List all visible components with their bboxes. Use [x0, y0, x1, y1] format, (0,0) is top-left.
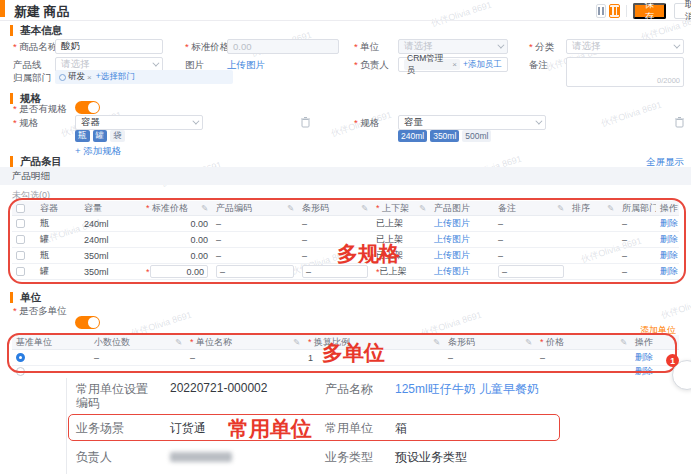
product-line-label: 产品线	[13, 59, 42, 72]
dept-tag[interactable]: 研发 ×	[59, 71, 92, 83]
watermark-text: 伙伴Olivia 8691	[660, 291, 691, 323]
code-input[interactable]: –	[216, 265, 294, 278]
scene-value: 订货通	[170, 420, 206, 437]
price-input[interactable]: 0.00	[150, 265, 208, 278]
upload-image-link[interactable]: 上传图片	[434, 265, 470, 278]
base-unit-radio[interactable]	[16, 367, 25, 376]
card-left-border	[66, 378, 67, 474]
owner-tag[interactable]: CRM管理员×	[404, 59, 460, 70]
items-subheader: 产品明细	[0, 167, 691, 185]
edit-column-icon: ✎	[618, 337, 627, 347]
product-row: 瓶 350ml 0.00 – – 已上架 上传图片 – – 删除	[12, 248, 679, 264]
delete-row-link[interactable]: 删除	[635, 351, 653, 364]
row-checkbox[interactable]	[16, 235, 25, 244]
close-icon[interactable]: ×	[87, 73, 92, 82]
spec2-select[interactable]: 容量	[398, 115, 546, 130]
category-select[interactable]: 请选择	[566, 39, 684, 54]
row-checkbox[interactable]	[16, 267, 25, 276]
edit-column-icon: ✎	[173, 337, 182, 347]
remark-textarea[interactable]: 0/2000	[566, 57, 684, 87]
delete-row-link[interactable]: 删除	[635, 366, 653, 376]
upload-image-link[interactable]: 上传图片	[434, 217, 470, 230]
select-dept-link[interactable]: +选择部门	[96, 71, 135, 83]
delete-row-link[interactable]: 删除	[660, 265, 678, 278]
edit-column-icon: ✎	[199, 203, 208, 213]
product-name-label: 产品名称	[325, 381, 373, 398]
char-counter: 0/2000	[657, 76, 680, 85]
edit-column-icon: ✎	[291, 337, 300, 347]
unit-table-header: 基准单位 小数位数✎ 单位名称✎ 换算比例✎ 条形码✎ 价格✎ 操作	[12, 335, 679, 350]
remark-input[interactable]: –	[498, 265, 564, 278]
divider	[626, 5, 627, 17]
delete-row-link[interactable]: 删除	[660, 249, 678, 262]
select-all-checkbox[interactable]	[16, 204, 25, 213]
upload-image-link[interactable]: 上传图片	[434, 233, 470, 246]
product-name-input[interactable]: 酸奶	[55, 39, 163, 54]
unit-label: 单位	[354, 41, 379, 54]
spec2-tag[interactable]: 240ml	[398, 130, 427, 142]
header-divider	[0, 20, 691, 21]
view-toggle-columns-icon[interactable]	[596, 4, 606, 18]
page-title: 新建 商品	[14, 3, 70, 21]
barcode-input[interactable]: –	[302, 265, 368, 278]
spec1-select[interactable]: 容器	[75, 115, 203, 130]
std-price-label: 标准价格	[185, 41, 229, 54]
accent-corner	[0, 0, 5, 17]
edit-column-icon: ✎	[605, 203, 614, 213]
code-value: 20220721-000002	[170, 381, 267, 395]
watermark-text: 伙伴Olivia 8691	[600, 99, 664, 131]
save-button[interactable]: 保存	[633, 3, 666, 19]
common-unit-value: 箱	[395, 420, 407, 437]
spec2-label: 规格	[354, 117, 379, 130]
section-title-items: 产品条目	[10, 156, 62, 167]
notification-badge: 1	[666, 354, 679, 367]
product-table-header: 容器 容量 标准价格✎ 产品编码✎ 条形码✎ 上下架✎ 产品图片 备注✎ 排序✎…	[12, 201, 679, 216]
biz-type-label: 业务类型	[325, 449, 373, 466]
spec1-tag[interactable]: 瓶	[75, 130, 90, 142]
row-checkbox[interactable]	[16, 219, 25, 228]
new-product-page: 伙伴Olivia 8691伙伴Olivia 8691伙伴Olivia 8691伙…	[0, 0, 691, 474]
std-price-input: 0.00	[227, 39, 339, 54]
watermark-text: 伙伴Olivia 8691	[430, 0, 494, 30]
upload-image-link[interactable]: 上传图片	[434, 249, 470, 262]
cancel-button[interactable]: 取消	[674, 3, 691, 19]
owner-label: 负责人	[76, 449, 112, 466]
base-unit-radio[interactable]	[16, 353, 25, 362]
delete-row-link[interactable]: 删除	[660, 217, 678, 230]
edit-column-icon: ✎	[417, 203, 426, 213]
product-row: 罐 240ml 0.00 – – 已上架 上传图片 – – 删除	[12, 232, 679, 248]
code-label-2: 编码	[76, 395, 100, 412]
product-row: 瓶 240ml 0.00 – – 已上架 上传图片 – – 删除	[12, 216, 679, 232]
dept-field[interactable]: 研发 × +选择部门	[55, 70, 233, 84]
biz-type-value: 预设业务类型	[395, 449, 467, 466]
delete-spec2-icon[interactable]	[674, 116, 685, 128]
row-checkbox[interactable]	[16, 251, 25, 260]
redacted-owner-value	[170, 452, 232, 462]
product-table: 容器 容量 标准价格✎ 产品编码✎ 条形码✎ 上下架✎ 产品图片 备注✎ 排序✎…	[12, 201, 679, 280]
add-employee-link[interactable]: +添加员工	[463, 59, 502, 71]
owner-field[interactable]: CRM管理员× +添加员工	[398, 57, 508, 72]
edit-column-icon: ✎	[523, 337, 532, 347]
edit-column-icon: ✎	[431, 337, 440, 347]
spec1-tag[interactable]: 袋	[110, 130, 125, 142]
has-spec-toggle[interactable]	[75, 101, 100, 114]
section-title-unit: 单位	[10, 292, 41, 303]
delete-spec1-icon[interactable]	[300, 116, 311, 128]
product-name-link[interactable]: 125ml旺仔牛奶 儿童早餐奶	[395, 381, 539, 398]
unit-row: – – 删除	[12, 366, 679, 376]
chevron-down-icon	[497, 42, 504, 49]
multi-unit-toggle[interactable]	[75, 316, 100, 329]
spec1-tag[interactable]: 罐	[93, 130, 108, 142]
scene-label: 业务场景	[76, 420, 124, 437]
view-toggle-grid-icon[interactable]	[609, 4, 620, 18]
add-spec-link[interactable]: + 添加规格	[75, 145, 121, 158]
product-row-editing: 罐 350ml *0.00 – – *已上架 上传图片 – – 删除	[12, 264, 679, 280]
chevron-down-icon	[152, 60, 159, 67]
spec1-label: 规格	[13, 117, 38, 130]
dept-avatar-icon	[59, 74, 66, 81]
spec2-tag[interactable]: 500ml	[462, 130, 491, 142]
delete-row-link[interactable]: 删除	[660, 233, 678, 246]
spec2-tag[interactable]: 350ml	[430, 130, 459, 142]
category-label: 分类	[529, 41, 554, 54]
close-icon[interactable]: ×	[452, 60, 457, 69]
